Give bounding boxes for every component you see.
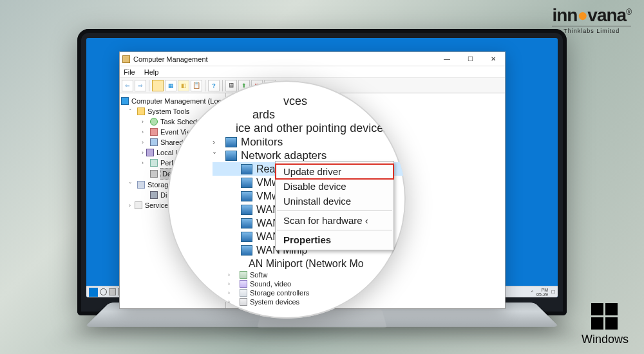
shared-folders-icon (150, 138, 158, 146)
window-title: Computer Management (133, 55, 208, 63)
menu-file[interactable]: File (124, 68, 135, 76)
local-users-icon (146, 149, 154, 156)
services-apps-icon (135, 201, 142, 209)
properties-button[interactable] (191, 80, 202, 91)
show-hide-action-button[interactable] (178, 80, 189, 91)
nic-icon (241, 232, 252, 242)
folder-icon (137, 107, 145, 115)
brand-logo: inn●vana® Thinklabs Limited (552, 6, 631, 34)
disk-mgmt-icon (150, 191, 158, 199)
network-adapters-icon (225, 151, 237, 161)
maximize-button[interactable]: ☐ (459, 52, 482, 66)
show-hide-tree-button[interactable] (152, 80, 164, 91)
ctx-update-driver[interactable]: Update driver (276, 164, 393, 179)
cat-software[interactable]: Softw (250, 271, 268, 279)
tree-system-tools[interactable]: System Tools (147, 106, 189, 116)
frag-vces: vces (283, 95, 307, 108)
tree-root[interactable]: Computer Management (Local (131, 96, 226, 106)
nic-icon (241, 191, 252, 201)
ctx-disable-device[interactable]: Disable device (276, 179, 393, 194)
view-button[interactable] (165, 80, 176, 91)
task-scheduler-icon (150, 118, 158, 126)
device-manager-icon (150, 170, 158, 178)
software-devices-icon (240, 271, 247, 279)
system-tray[interactable]: ^ PM 05-29 ☐ (531, 288, 555, 297)
nic-icon (241, 178, 252, 188)
forward-button[interactable] (135, 80, 146, 91)
cat-storage-ctrl[interactable]: Storage controllers (250, 289, 309, 297)
nic-icon (241, 218, 252, 228)
cat-monitors[interactable]: Monitors (241, 136, 283, 149)
app-icon (122, 55, 130, 63)
magnifier-lens: vces ards ice and other pointing devices… (167, 80, 406, 319)
storage-icon (137, 181, 145, 189)
ctx-scan-hardware[interactable]: Scan for hardware ‹ (276, 213, 393, 228)
cat-mice[interactable]: ice and other pointing devices (236, 122, 389, 135)
nic-icon (241, 164, 252, 174)
nic-icon (241, 245, 252, 256)
cat-sound[interactable]: Sound, video (250, 280, 291, 288)
menubar[interactable]: File Help (120, 66, 505, 78)
context-menu[interactable]: Update driver Disable device Uninstall d… (275, 161, 394, 250)
ctx-separator (277, 210, 392, 211)
svg-rect-3 (605, 317, 618, 330)
close-button[interactable]: ✕ (482, 52, 505, 66)
minimize-button[interactable]: — (435, 52, 459, 66)
performance-icon (150, 159, 158, 167)
menu-help[interactable]: Help (144, 68, 159, 76)
help-button[interactable] (208, 80, 220, 91)
cortana-icon[interactable] (100, 288, 107, 295)
svg-rect-1 (605, 303, 618, 315)
cat-system-devices[interactable]: System devices (250, 298, 299, 306)
start-button[interactable] (89, 288, 98, 297)
scan-hardware-button[interactable] (225, 80, 237, 91)
task-view-icon[interactable] (109, 288, 116, 295)
event-viewer-icon (150, 128, 158, 136)
computer-icon (121, 97, 129, 105)
windows-logo: Windows (582, 303, 629, 346)
titlebar[interactable]: Computer Management — ☐ ✕ (120, 52, 505, 66)
svg-rect-0 (591, 303, 603, 315)
device-wan-last[interactable]: AN Miniport (Network Mo (249, 258, 364, 270)
frag-ards: ards (252, 108, 275, 122)
storage-controllers-icon (240, 289, 247, 297)
svg-rect-2 (591, 317, 603, 330)
nic-icon (241, 205, 252, 215)
ctx-properties[interactable]: Properties (276, 232, 393, 247)
back-button[interactable] (122, 80, 133, 91)
system-devices-icon (240, 298, 247, 306)
monitors-icon (225, 137, 237, 147)
cat-network-adapters[interactable]: Network adapters (241, 149, 327, 162)
sound-icon (240, 280, 247, 288)
ctx-separator (277, 230, 392, 230)
ctx-uninstall-device[interactable]: Uninstall device (276, 194, 393, 209)
